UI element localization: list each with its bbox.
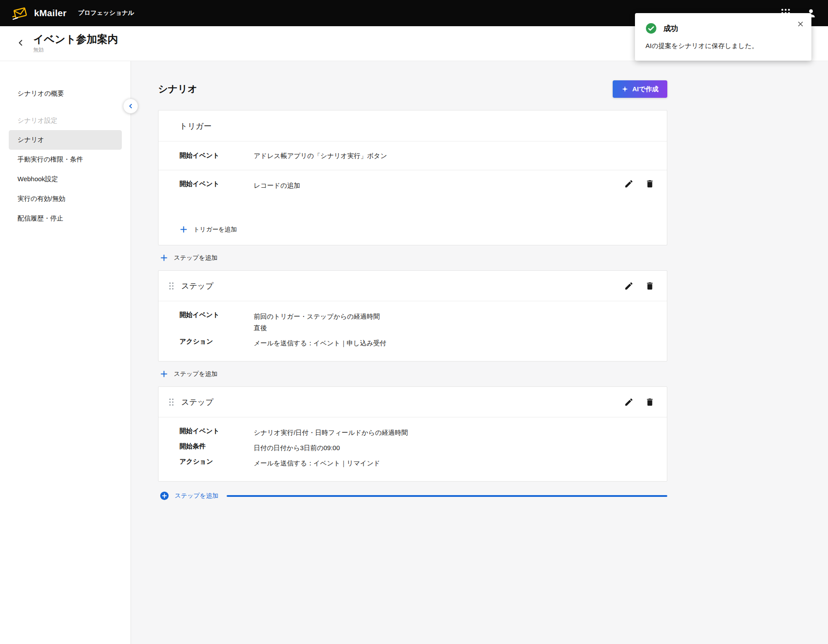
add-step-button-active[interactable]: ステップを追加 bbox=[160, 491, 667, 500]
edit-step-button[interactable] bbox=[624, 281, 634, 291]
step-row: 開始イベント 前回のトリガー・ステップからの経過時間 直後 bbox=[179, 311, 655, 334]
brand-name: kMailer bbox=[34, 8, 66, 18]
status-badge: 無効 bbox=[33, 46, 118, 54]
add-step-label: ステップを追加 bbox=[174, 254, 217, 262]
ai-create-button[interactable]: AIで作成 bbox=[613, 80, 667, 98]
step-card-title: ステップ bbox=[181, 281, 214, 291]
pencil-icon bbox=[624, 397, 634, 407]
step-row: アクション メールを送信する：イベント｜リマインド bbox=[179, 458, 655, 469]
trigger-row: 開始イベント レコードの追加 bbox=[159, 170, 667, 217]
page-title: イベント参加案内 bbox=[33, 33, 118, 45]
step-row-label: アクション bbox=[179, 337, 254, 349]
sidebar-collapse-button[interactable] bbox=[123, 99, 138, 114]
sidebar-item-scenario-overview[interactable]: シナリオの概要 bbox=[0, 84, 131, 103]
plus-icon bbox=[160, 254, 168, 262]
add-step-button[interactable]: ステップを追加 bbox=[160, 370, 217, 378]
section-title-scenario: シナリオ bbox=[158, 83, 197, 96]
sidebar-item-webhook-settings[interactable]: Webhook設定 bbox=[0, 169, 131, 189]
toast-success: 成功 AIの提案をシナリオに保存しました。 bbox=[635, 13, 811, 61]
plan-label: プロフェッショナル bbox=[78, 9, 134, 17]
trash-icon bbox=[645, 179, 655, 189]
step-row-value: メールを送信する：イベント｜申し込み受付 bbox=[254, 337, 386, 349]
toast-close-icon[interactable] bbox=[797, 20, 804, 28]
toast-message: AIの提案をシナリオに保存しました。 bbox=[645, 42, 801, 50]
add-step-label: ステップを追加 bbox=[175, 492, 218, 500]
step-row-label: 開始イベント bbox=[179, 311, 254, 334]
step-row-value: シナリオ実行/日付・日時フィールドからの経過時間 bbox=[254, 427, 408, 438]
plus-circle-icon bbox=[160, 491, 169, 500]
sidebar: シナリオの概要 シナリオ設定 シナリオ 手動実行の権限・条件 Webhook設定… bbox=[0, 61, 131, 644]
edit-trigger-button[interactable] bbox=[624, 179, 634, 189]
add-trigger-button[interactable]: トリガーを追加 bbox=[159, 217, 667, 245]
step-card: ステップ bbox=[158, 386, 667, 482]
delete-trigger-button[interactable] bbox=[645, 179, 655, 189]
step-row-label: 開始条件 bbox=[179, 442, 254, 454]
step-insert-indicator-line bbox=[227, 495, 667, 497]
step-row-value: 日付の日付から3日前の09:00 bbox=[254, 442, 340, 454]
trash-icon bbox=[645, 281, 655, 291]
plus-icon bbox=[179, 225, 188, 234]
sidebar-item-manual-exec-permissions[interactable]: 手動実行の権限・条件 bbox=[0, 150, 131, 169]
step-row-label: アクション bbox=[179, 458, 254, 469]
step-row-label: 開始イベント bbox=[179, 427, 254, 438]
drag-handle-icon[interactable] bbox=[166, 281, 176, 291]
pencil-icon bbox=[624, 281, 634, 291]
delete-step-button[interactable] bbox=[645, 281, 655, 291]
sidebar-item-scenario[interactable]: シナリオ bbox=[9, 130, 122, 150]
sidebar-section-scenario-settings: シナリオ設定 bbox=[0, 103, 131, 130]
main-panel: シナリオ AIで作成 トリガー 開始イベント アドレス帳アプリの「シナリオ実行」… bbox=[131, 61, 828, 644]
kmailer-logo-icon[interactable] bbox=[11, 4, 29, 22]
sidebar-item-exec-enable[interactable]: 実行の有効/無効 bbox=[0, 189, 131, 209]
step-row: 開始条件 日付の日付から3日前の09:00 bbox=[179, 442, 655, 454]
trash-icon bbox=[645, 397, 655, 407]
trigger-row-label: 開始イベント bbox=[179, 180, 254, 188]
plus-icon bbox=[160, 370, 168, 378]
step-row: アクション メールを送信する：イベント｜申し込み受付 bbox=[179, 337, 655, 349]
back-button[interactable] bbox=[14, 37, 27, 50]
sidebar-item-delivery-history[interactable]: 配信履歴・停止 bbox=[0, 209, 131, 228]
add-trigger-label: トリガーを追加 bbox=[193, 226, 237, 234]
drag-handle-icon[interactable] bbox=[166, 397, 176, 407]
step-row-value: メールを送信する：イベント｜リマインド bbox=[254, 458, 380, 469]
trigger-row: 開始イベント アドレス帳アプリの「シナリオ実行」ボタン bbox=[159, 141, 667, 170]
sparkle-icon bbox=[621, 86, 628, 93]
pencil-icon bbox=[624, 179, 634, 189]
trigger-card: トリガー 開始イベント アドレス帳アプリの「シナリオ実行」ボタン 開始イベント … bbox=[158, 110, 667, 245]
trigger-row-value: レコードの追加 bbox=[254, 180, 300, 191]
edit-step-button[interactable] bbox=[624, 397, 634, 407]
trigger-row-value: アドレス帳アプリの「シナリオ実行」ボタン bbox=[254, 150, 387, 162]
success-check-icon bbox=[645, 23, 657, 34]
step-row: 開始イベント シナリオ実行/日付・日時フィールドからの経過時間 bbox=[179, 427, 655, 438]
delete-step-button[interactable] bbox=[645, 397, 655, 407]
add-step-button[interactable]: ステップを追加 bbox=[160, 254, 217, 262]
step-card-title: ステップ bbox=[181, 397, 214, 407]
trigger-row-label: 開始イベント bbox=[179, 152, 254, 160]
ai-create-button-label: AIで作成 bbox=[632, 85, 659, 93]
trigger-card-title: トリガー bbox=[159, 110, 667, 141]
step-card: ステップ bbox=[158, 270, 667, 362]
step-row-value: 前回のトリガー・ステップからの経過時間 直後 bbox=[254, 311, 380, 334]
toast-title: 成功 bbox=[663, 24, 678, 34]
add-step-label: ステップを追加 bbox=[174, 370, 217, 378]
